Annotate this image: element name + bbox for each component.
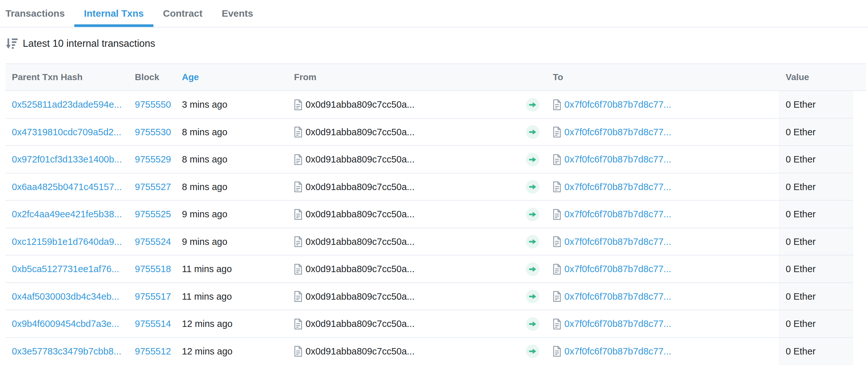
value-cell: 0 Ether bbox=[779, 173, 853, 201]
value-text: 0 Ether bbox=[786, 182, 816, 192]
value-cell: 0 Ether bbox=[779, 91, 853, 119]
from-address: 0x0d91abba809c7cc50a... bbox=[306, 346, 414, 357]
parent-txn-hash-link[interactable]: 0x972f01cf3d133e1400b... bbox=[12, 154, 122, 165]
table-row: 0x6aa4825b0471c45157... 9755527 8 mins a… bbox=[5, 173, 866, 201]
parent-txn-hash-link[interactable]: 0x2fc4aa49ee421fe5b38... bbox=[12, 209, 122, 220]
row-spacer bbox=[853, 283, 866, 311]
table-header-row: Parent Txn Hash Block Age From To Value bbox=[5, 63, 866, 91]
parent-txn-hash-link[interactable]: 0x6aa4825b0471c45157... bbox=[12, 182, 122, 192]
row-spacer bbox=[853, 146, 866, 173]
document-icon bbox=[553, 154, 561, 165]
block-link[interactable]: 9755517 bbox=[135, 291, 171, 302]
table-row: 0x47319810cdc709a5d2... 9755530 8 mins a… bbox=[5, 119, 866, 146]
parent-txn-hash-link[interactable]: 0xc12159b1e1d7640da9... bbox=[12, 236, 122, 247]
block-link[interactable]: 9755512 bbox=[135, 346, 171, 357]
block-link[interactable]: 9755529 bbox=[135, 154, 171, 165]
from-address: 0x0d91abba809c7cc50a... bbox=[306, 264, 414, 275]
age-text: 8 mins ago bbox=[182, 182, 227, 192]
block-link[interactable]: 9755525 bbox=[135, 209, 171, 220]
value-cell: 0 Ether bbox=[779, 146, 853, 173]
row-spacer bbox=[853, 119, 866, 146]
parent-txn-hash-link[interactable]: 0x4af5030003db4c34eb... bbox=[12, 291, 119, 302]
value-text: 0 Ether bbox=[786, 154, 816, 165]
block-link[interactable]: 9755550 bbox=[135, 99, 171, 110]
document-icon bbox=[553, 236, 561, 247]
block-link[interactable]: 9755518 bbox=[135, 264, 171, 275]
parent-txn-hash-link[interactable]: 0x9b4f6009454cbd7a3e... bbox=[12, 319, 119, 329]
arrow-right-icon bbox=[526, 345, 539, 358]
tab-contract[interactable]: Contract bbox=[153, 0, 212, 27]
from-address: 0x0d91abba809c7cc50a... bbox=[306, 236, 414, 247]
block-link[interactable]: 9755514 bbox=[135, 319, 171, 329]
to-address-link[interactable]: 0x7f0fc6f70b87b7d8c77... bbox=[564, 291, 671, 302]
value-cell: 0 Ether bbox=[779, 310, 853, 338]
block-link[interactable]: 9755527 bbox=[135, 182, 171, 192]
value-cell: 0 Ether bbox=[779, 338, 853, 365]
value-text: 0 Ether bbox=[786, 209, 816, 220]
block-link[interactable]: 9755530 bbox=[135, 127, 171, 138]
table-row: 0x2fc4aa49ee421fe5b38... 9755525 9 mins … bbox=[5, 201, 866, 228]
value-cell: 0 Ether bbox=[779, 283, 853, 311]
value-text: 0 Ether bbox=[786, 319, 816, 329]
value-cell: 0 Ether bbox=[779, 255, 853, 283]
arrow-right-icon bbox=[526, 98, 539, 112]
to-address-link[interactable]: 0x7f0fc6f70b87b7d8c77... bbox=[564, 99, 671, 110]
age-text: 12 mins ago bbox=[182, 346, 232, 357]
arrow-right-icon bbox=[526, 290, 539, 303]
to-address-link[interactable]: 0x7f0fc6f70b87b7d8c77... bbox=[564, 264, 671, 275]
arrow-right-icon bbox=[526, 153, 539, 166]
document-icon bbox=[294, 236, 302, 247]
tab-transactions[interactable]: Transactions bbox=[5, 0, 74, 27]
from-address: 0x0d91abba809c7cc50a... bbox=[306, 182, 414, 192]
arrow-right-icon bbox=[526, 235, 539, 249]
parent-txn-hash-link[interactable]: 0x47319810cdc709a5d2... bbox=[12, 127, 121, 138]
col-header-age[interactable]: Age bbox=[179, 64, 290, 90]
to-address-link[interactable]: 0x7f0fc6f70b87b7d8c77... bbox=[564, 154, 671, 165]
tab-internal-txns[interactable]: Internal Txns bbox=[74, 0, 153, 27]
table-row: 0x3e57783c3479b7cbb8... 9755512 12 mins … bbox=[5, 338, 866, 365]
value-text: 0 Ether bbox=[786, 236, 816, 247]
table-body: 0x525811ad23dade594e... 9755550 3 mins a… bbox=[5, 91, 866, 365]
col-header-to: To bbox=[546, 64, 779, 90]
age-text: 11 mins ago bbox=[182, 291, 232, 302]
table-row: 0x525811ad23dade594e... 9755550 3 mins a… bbox=[5, 91, 866, 119]
to-address-link[interactable]: 0x7f0fc6f70b87b7d8c77... bbox=[564, 127, 671, 138]
to-address-link[interactable]: 0x7f0fc6f70b87b7d8c77... bbox=[564, 182, 671, 192]
parent-txn-hash-link[interactable]: 0x525811ad23dade594e... bbox=[12, 99, 122, 110]
row-spacer bbox=[853, 201, 866, 228]
document-icon bbox=[553, 181, 561, 192]
col-header-from: From bbox=[290, 64, 519, 90]
row-spacer bbox=[853, 91, 866, 119]
value-text: 0 Ether bbox=[786, 346, 816, 357]
from-address: 0x0d91abba809c7cc50a... bbox=[306, 127, 414, 138]
to-address-link[interactable]: 0x7f0fc6f70b87b7d8c77... bbox=[564, 346, 671, 357]
sort-amount-down-icon bbox=[5, 38, 18, 49]
tab-events[interactable]: Events bbox=[212, 0, 262, 27]
to-address-link[interactable]: 0x7f0fc6f70b87b7d8c77... bbox=[564, 319, 671, 329]
document-icon bbox=[294, 291, 302, 302]
to-address-link[interactable]: 0x7f0fc6f70b87b7d8c77... bbox=[564, 236, 671, 247]
parent-txn-hash-link[interactable]: 0xb5ca5127731ee1af76... bbox=[12, 264, 119, 275]
to-address-link[interactable]: 0x7f0fc6f70b87b7d8c77... bbox=[564, 209, 671, 220]
value-text: 0 Ether bbox=[786, 99, 816, 110]
age-text: 9 mins ago bbox=[182, 209, 227, 220]
arrow-right-icon bbox=[526, 262, 539, 276]
age-text: 11 mins ago bbox=[182, 264, 232, 275]
table-row: 0xc12159b1e1d7640da9... 9755524 9 mins a… bbox=[5, 228, 866, 256]
value-cell: 0 Ether bbox=[779, 119, 853, 146]
arrow-right-icon bbox=[526, 208, 539, 221]
document-icon bbox=[294, 346, 302, 357]
parent-txn-hash-link[interactable]: 0x3e57783c3479b7cbb8... bbox=[12, 346, 121, 357]
document-icon bbox=[294, 319, 302, 329]
document-icon bbox=[294, 154, 302, 165]
document-icon bbox=[553, 291, 561, 302]
block-link[interactable]: 9755524 bbox=[135, 236, 171, 247]
document-icon bbox=[294, 181, 302, 192]
table-row: 0x972f01cf3d133e1400b... 9755529 8 mins … bbox=[5, 146, 866, 173]
row-spacer bbox=[853, 228, 866, 256]
tab-bar: Transactions Internal Txns Contract Even… bbox=[0, 0, 868, 28]
from-address: 0x0d91abba809c7cc50a... bbox=[306, 99, 414, 110]
table-row: 0x4af5030003db4c34eb... 9755517 11 mins … bbox=[5, 283, 866, 311]
row-spacer bbox=[853, 255, 866, 283]
document-icon bbox=[553, 264, 561, 275]
